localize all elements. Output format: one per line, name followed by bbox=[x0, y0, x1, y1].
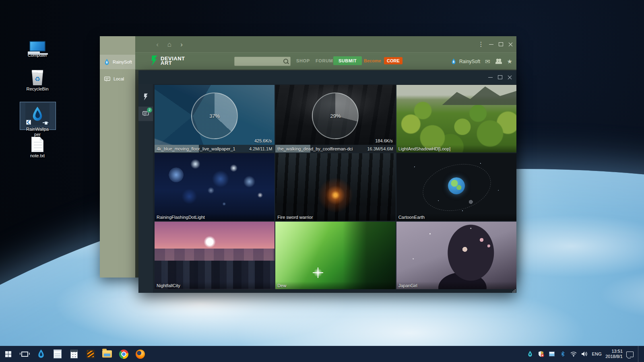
wallpaper-title: NightfallCity bbox=[155, 283, 275, 288]
window-resize-grip[interactable] bbox=[512, 289, 516, 292]
notepad-icon bbox=[54, 350, 62, 358]
wallpaper-tile[interactable]: CartoonEarth bbox=[396, 153, 516, 221]
download-size: 4.2M/11.1M bbox=[249, 146, 275, 151]
browser-menu-button[interactable]: ⋮ bbox=[478, 41, 484, 48]
close-button[interactable] bbox=[507, 75, 512, 80]
wallpaper-title: LightAndShadowHD[Loop] bbox=[396, 146, 516, 151]
download-speed: 184.6K/s bbox=[375, 138, 392, 143]
task-view-button[interactable] bbox=[20, 349, 29, 359]
wallpaper-tile[interactable]: LightAndShadowHD[Loop] bbox=[396, 85, 516, 152]
taskbar-notepad[interactable] bbox=[53, 349, 62, 359]
username-link[interactable]: RainySoft bbox=[459, 59, 480, 64]
maximize-button[interactable] bbox=[498, 42, 504, 47]
action-center-icon[interactable] bbox=[626, 352, 634, 357]
maximize-button[interactable] bbox=[497, 75, 503, 80]
tile-caption: JapanGirl bbox=[396, 282, 516, 289]
search-icon[interactable] bbox=[283, 58, 289, 65]
search-input[interactable] bbox=[235, 57, 283, 66]
text-file-icon bbox=[31, 137, 43, 152]
tray-defender[interactable] bbox=[537, 350, 545, 358]
taskbar-calculator[interactable] bbox=[69, 349, 79, 359]
deviantart-logo[interactable]: DEVIANT ART bbox=[150, 56, 185, 66]
taskbar-file-explorer[interactable] bbox=[102, 349, 112, 359]
local-library-icon bbox=[104, 76, 110, 82]
rail-messages-tab[interactable]: 2 bbox=[138, 107, 153, 121]
tray-wifi[interactable] bbox=[570, 350, 577, 358]
wallpaper-thumbnail bbox=[396, 85, 516, 152]
wallpaper-tile-downloading[interactable]: 29% 184.6K/s the_walking_dead_by_coolfir… bbox=[275, 85, 395, 152]
become-core-link[interactable]: Become bbox=[364, 58, 381, 63]
wallpaper-title: 4k_blue_moving_floor_live_wallpaper_1 bbox=[155, 146, 249, 151]
recycle-symbol-icon: ♻ bbox=[35, 76, 40, 82]
favorites-star-icon[interactable]: ★ bbox=[507, 58, 512, 65]
tray-volume[interactable] bbox=[581, 350, 588, 358]
submit-button[interactable]: SUBMIT bbox=[333, 56, 362, 65]
user-avatar-drop-icon[interactable] bbox=[451, 58, 456, 65]
show-desktop-button[interactable] bbox=[638, 346, 640, 362]
taskbar-clock[interactable]: 13:51 2018/8/1 bbox=[605, 349, 623, 359]
wallpaper-title: CartoonEarth bbox=[396, 215, 516, 220]
minimize-button[interactable] bbox=[489, 42, 494, 47]
close-button[interactable] bbox=[508, 42, 513, 47]
water-drop-icon bbox=[37, 349, 45, 359]
tray-window-app[interactable] bbox=[548, 350, 555, 358]
water-drop-icon bbox=[528, 351, 533, 357]
tray-rainwallpaper[interactable] bbox=[526, 350, 534, 358]
desktop-icon-recyclebin[interactable]: ♻ RecycleBin bbox=[20, 68, 55, 92]
deviantart-fella-icon bbox=[143, 93, 149, 101]
wallpaper-thumbnail bbox=[396, 222, 516, 289]
wallpaper-tile[interactable]: Fire sword warrior bbox=[275, 153, 395, 221]
wallpaper-tile[interactable]: Dew bbox=[275, 222, 395, 289]
clock-date: 2018/8/1 bbox=[605, 354, 623, 359]
search-box[interactable] bbox=[234, 57, 291, 66]
grid-window-rail: 2 bbox=[138, 84, 153, 293]
core-badge[interactable]: CORE bbox=[384, 57, 402, 64]
desktop-icon-computer[interactable]: Computer bbox=[20, 34, 55, 58]
wallpaper-tile[interactable]: RainingFlashingDotLight bbox=[155, 153, 275, 221]
computer-icon bbox=[29, 41, 45, 51]
tile-caption: Dew bbox=[275, 282, 395, 289]
tile-caption: 4k_blue_moving_floor_live_wallpaper_1 4.… bbox=[155, 145, 275, 152]
menu-shop[interactable]: SHOP bbox=[296, 58, 310, 63]
download-progress-circle: 29% bbox=[312, 93, 359, 139]
grid-window-titlebar bbox=[138, 70, 516, 84]
speaker-icon bbox=[581, 351, 588, 357]
sidebar-item-local[interactable]: Local bbox=[100, 72, 135, 86]
wallpaper-tile[interactable]: NightfallCity bbox=[155, 222, 275, 289]
language-indicator[interactable]: ENG bbox=[592, 352, 602, 356]
taskbar-chrome[interactable] bbox=[119, 349, 128, 359]
minimize-button[interactable] bbox=[488, 75, 493, 80]
desktop-icon-rainwallpaper[interactable]: RainWallpaper bbox=[20, 103, 55, 137]
nav-back-button[interactable]: ‹ bbox=[151, 41, 163, 48]
start-button[interactable] bbox=[3, 349, 13, 359]
browser-titlebar: ‹ ⌂ › ⋮ bbox=[135, 36, 516, 52]
desktop-icon-note-txt[interactable]: note.txt bbox=[20, 134, 55, 158]
tray-bluetooth[interactable] bbox=[559, 350, 566, 358]
wifi-icon bbox=[570, 351, 577, 357]
nav-forward-button[interactable]: › bbox=[175, 41, 188, 48]
sidebar-item-label: RainySoft bbox=[113, 60, 132, 64]
taskbar-sublime[interactable] bbox=[86, 349, 95, 359]
progress-percent: 37% bbox=[209, 113, 220, 119]
wallpaper-tile-downloading[interactable]: 37% 425.6K/s 4k_blue_moving_floor_live_w… bbox=[155, 85, 275, 152]
tile-caption: the_walking_dead_by_coolfireman-dci 16.3… bbox=[275, 145, 395, 152]
menu-forum[interactable]: FORUM bbox=[316, 58, 333, 63]
tile-caption: LightAndShadowHD[Loop] bbox=[396, 145, 516, 152]
wallpaper-thumbnail bbox=[275, 153, 395, 221]
watch-people-icon[interactable] bbox=[495, 59, 502, 64]
deviantart-fella-icon bbox=[150, 56, 159, 66]
wallpaper-title: the_walking_dead_by_coolfireman-dci bbox=[275, 146, 367, 151]
rail-deviantart-tab[interactable] bbox=[138, 90, 153, 104]
taskbar: ENG 13:51 2018/8/1 bbox=[0, 346, 644, 362]
messages-icon[interactable]: ✉ bbox=[485, 58, 490, 65]
sidebar-item-rainysoft[interactable]: RainySoft bbox=[100, 55, 135, 69]
wallpaper-thumbnail bbox=[155, 222, 275, 289]
nav-home-button[interactable]: ⌂ bbox=[163, 41, 175, 48]
wallpaper-grid-window: 2 37% 425.6K/s 4k_blue_moving_floor_live… bbox=[138, 70, 516, 293]
recycle-bin-icon: ♻ bbox=[31, 70, 44, 85]
bluetooth-icon bbox=[560, 350, 565, 358]
shortcut-arrow-icon bbox=[26, 120, 31, 125]
taskbar-firefox[interactable] bbox=[135, 349, 145, 359]
wallpaper-tile[interactable]: JapanGirl bbox=[396, 222, 516, 289]
taskbar-rainwallpaper[interactable] bbox=[36, 349, 46, 359]
